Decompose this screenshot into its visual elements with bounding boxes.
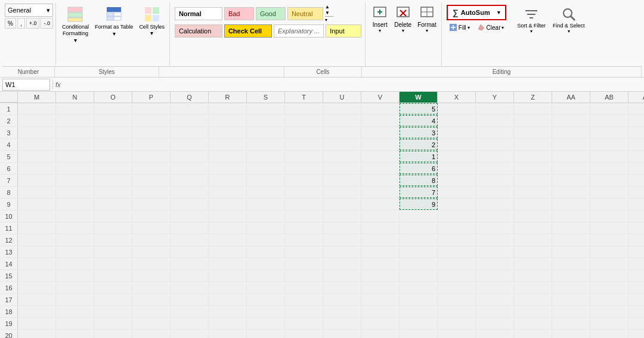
grid-cell[interactable] bbox=[552, 330, 590, 338]
grid-cell[interactable] bbox=[628, 199, 644, 210]
grid-cell[interactable] bbox=[514, 270, 552, 281]
grid-cell[interactable] bbox=[400, 270, 438, 281]
grid-cell[interactable] bbox=[56, 210, 94, 222]
grid-cell[interactable] bbox=[438, 222, 476, 234]
grid-cell[interactable] bbox=[171, 234, 209, 246]
grid-cell[interactable] bbox=[476, 222, 514, 234]
grid-cell[interactable] bbox=[171, 294, 209, 305]
grid-cell[interactable] bbox=[285, 210, 323, 222]
grid-cell[interactable] bbox=[552, 318, 590, 329]
clear-button[interactable]: Clear ▾ bbox=[475, 23, 507, 32]
grid-cell[interactable] bbox=[514, 306, 552, 317]
grid-cell[interactable] bbox=[476, 270, 514, 281]
grid-cell[interactable] bbox=[590, 294, 628, 305]
grid-cell[interactable] bbox=[323, 115, 361, 126]
grid-cell[interactable] bbox=[56, 163, 94, 174]
grid-cell[interactable] bbox=[323, 282, 361, 293]
grid-cell[interactable] bbox=[94, 318, 132, 329]
grid-cell[interactable]: 7 bbox=[400, 187, 438, 198]
grid-cell[interactable] bbox=[590, 246, 628, 258]
grid-cell[interactable] bbox=[400, 210, 438, 222]
grid-cell[interactable] bbox=[171, 163, 209, 174]
grid-cell[interactable] bbox=[323, 175, 361, 186]
grid-cell[interactable] bbox=[590, 258, 628, 269]
grid-cell[interactable] bbox=[285, 306, 323, 317]
grid-cell[interactable] bbox=[514, 330, 552, 338]
grid-cell[interactable] bbox=[247, 306, 285, 317]
grid-cell[interactable] bbox=[285, 294, 323, 305]
grid-cell[interactable] bbox=[247, 199, 285, 210]
grid-cell[interactable] bbox=[628, 175, 644, 186]
grid-cell[interactable] bbox=[628, 234, 644, 246]
grid-cell[interactable] bbox=[476, 318, 514, 329]
grid-cell[interactable] bbox=[247, 222, 285, 234]
grid-cell[interactable] bbox=[590, 163, 628, 174]
grid-cell[interactable] bbox=[628, 306, 644, 317]
grid-cell[interactable] bbox=[361, 258, 400, 269]
grid-cell[interactable] bbox=[590, 306, 628, 317]
grid-cell[interactable] bbox=[285, 282, 323, 293]
grid-cell[interactable] bbox=[247, 330, 285, 338]
grid-cell[interactable] bbox=[132, 151, 171, 162]
grid-cell[interactable] bbox=[285, 127, 323, 138]
grid-cell[interactable] bbox=[628, 246, 644, 258]
input-style-button[interactable]: Input bbox=[326, 24, 361, 38]
grid-cell[interactable] bbox=[94, 246, 132, 258]
grid-cell[interactable] bbox=[400, 330, 438, 338]
grid-cell[interactable] bbox=[361, 222, 400, 234]
grid-cell[interactable] bbox=[132, 270, 171, 281]
grid-cell[interactable]: 4 bbox=[400, 115, 438, 126]
grid-cell[interactable] bbox=[247, 294, 285, 305]
grid-cell[interactable] bbox=[438, 330, 476, 338]
grid-cell[interactable] bbox=[18, 199, 56, 210]
grid-cell[interactable] bbox=[56, 258, 94, 269]
grid-cell[interactable] bbox=[361, 246, 400, 258]
grid-cell[interactable] bbox=[285, 151, 323, 162]
grid-cell[interactable] bbox=[552, 187, 590, 198]
grid-cell[interactable] bbox=[438, 234, 476, 246]
grid-cell[interactable] bbox=[514, 115, 552, 126]
grid-cell[interactable] bbox=[323, 199, 361, 210]
styles-scroll[interactable]: ▲ ▼ ▾ bbox=[325, 4, 333, 23]
grid-cell[interactable] bbox=[94, 294, 132, 305]
good-style-button[interactable]: Good bbox=[256, 7, 286, 20]
grid-cell[interactable] bbox=[438, 139, 476, 150]
grid-cell[interactable] bbox=[323, 222, 361, 234]
grid-cell[interactable] bbox=[94, 282, 132, 293]
grid-cell[interactable] bbox=[438, 246, 476, 258]
name-box[interactable] bbox=[2, 79, 50, 91]
grid-cell[interactable] bbox=[361, 330, 400, 338]
bad-style-button[interactable]: Bad bbox=[224, 7, 254, 20]
grid-cell[interactable] bbox=[552, 199, 590, 210]
grid-cell[interactable] bbox=[628, 318, 644, 329]
grid-cell[interactable]: 1 bbox=[400, 151, 438, 162]
grid-cell[interactable] bbox=[590, 318, 628, 329]
grid-cell[interactable] bbox=[285, 163, 323, 174]
grid-cell[interactable] bbox=[285, 246, 323, 258]
normal-style-button[interactable]: Normal bbox=[175, 7, 222, 20]
grid-cell[interactable] bbox=[323, 210, 361, 222]
grid-cell[interactable] bbox=[361, 163, 400, 174]
grid-cell[interactable] bbox=[94, 115, 132, 126]
grid-cell[interactable] bbox=[361, 294, 400, 305]
grid-cell[interactable] bbox=[628, 258, 644, 269]
grid-cell[interactable]: 3 bbox=[400, 127, 438, 138]
grid-cell[interactable] bbox=[590, 139, 628, 150]
grid-cell[interactable] bbox=[209, 282, 247, 293]
autosum-button[interactable]: ∑ AutoSum ▾ bbox=[447, 5, 507, 20]
grid-cell[interactable] bbox=[247, 210, 285, 222]
grid-cell[interactable] bbox=[209, 187, 247, 198]
decrease-decimal-button[interactable]: -.0 bbox=[41, 18, 53, 29]
grid-cell[interactable] bbox=[56, 294, 94, 305]
grid-cell[interactable] bbox=[285, 139, 323, 150]
grid-cell[interactable] bbox=[209, 294, 247, 305]
grid-cell[interactable] bbox=[18, 210, 56, 222]
grid-cell[interactable] bbox=[323, 151, 361, 162]
grid-cell[interactable]: 8 bbox=[400, 175, 438, 186]
grid-cell[interactable] bbox=[438, 175, 476, 186]
grid-cell[interactable] bbox=[132, 210, 171, 222]
grid-cell[interactable] bbox=[400, 282, 438, 293]
grid-cell[interactable] bbox=[400, 318, 438, 329]
grid-cell[interactable] bbox=[628, 222, 644, 234]
grid-cell[interactable] bbox=[438, 199, 476, 210]
